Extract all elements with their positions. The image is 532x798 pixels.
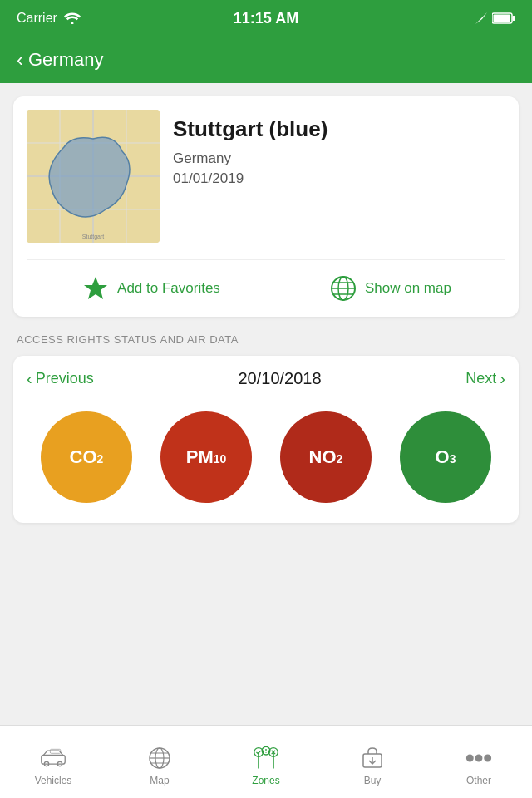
svg-marker-13 <box>84 277 107 299</box>
co2-circle[interactable]: CO2 <box>41 411 132 503</box>
globe-icon <box>328 273 358 303</box>
air-data-card: ‹ Previous 20/10/2018 Next › CO2 PM10 <box>13 356 519 523</box>
wifi-icon <box>64 12 81 24</box>
map-icon <box>146 745 173 771</box>
status-bar: Carrier 11:15 AM <box>0 0 532 37</box>
other-icon <box>466 745 492 771</box>
svg-point-39 <box>466 754 474 761</box>
back-chevron-icon: ‹ <box>17 48 23 71</box>
current-date: 20/10/2018 <box>238 369 321 388</box>
next-date-button[interactable]: Next › <box>466 369 505 388</box>
show-on-map-button[interactable]: Show on map <box>328 273 451 303</box>
date-navigation: ‹ Previous 20/10/2018 Next › <box>27 369 505 388</box>
right-chevron-icon: › <box>500 369 505 388</box>
main-content: Stuttgart Stuttgart (blue) Germany 01/01… <box>0 83 532 536</box>
show-on-map-label: Show on map <box>365 280 451 297</box>
tab-other-label: Other <box>466 775 491 786</box>
svg-text:Stuttgart: Stuttgart <box>82 234 105 240</box>
previous-label: Previous <box>36 370 94 387</box>
tab-zones[interactable]: Zones <box>213 738 319 786</box>
svg-point-40 <box>475 754 483 761</box>
carrier-label: Carrier <box>17 11 57 26</box>
next-label: Next <box>466 370 496 387</box>
svg-rect-3 <box>513 16 515 21</box>
zone-header: Stuttgart Stuttgart (blue) Germany 01/01… <box>27 110 505 243</box>
tab-other[interactable]: Other <box>426 738 532 786</box>
back-button[interactable]: ‹ Germany <box>17 48 103 71</box>
section-header: ACCESS RIGHTS STATUS AND AIR DATA <box>17 333 519 346</box>
status-time: 11:15 AM <box>234 10 298 27</box>
zone-card: Stuttgart Stuttgart (blue) Germany 01/01… <box>13 96 519 317</box>
buy-icon <box>359 745 386 771</box>
battery-icon <box>492 12 515 24</box>
svg-point-0 <box>71 22 73 25</box>
o3-circle[interactable]: O3 <box>400 411 491 503</box>
status-left: Carrier <box>17 11 81 26</box>
tab-map[interactable]: Map <box>106 738 213 786</box>
vehicles-icon <box>40 745 66 771</box>
zone-name: Stuttgart (blue) <box>173 116 505 142</box>
zone-map-thumbnail: Stuttgart <box>27 110 160 243</box>
back-label: Germany <box>28 49 103 71</box>
add-favorites-button[interactable]: Add to Favorites <box>81 273 220 303</box>
zone-info: Stuttgart (blue) Germany 01/01/2019 <box>173 110 505 187</box>
status-right <box>475 12 515 24</box>
zone-country: Germany <box>173 150 505 167</box>
tab-buy-label: Buy <box>364 775 382 786</box>
o3-label: O3 <box>436 446 456 468</box>
location-icon <box>475 12 487 24</box>
tab-vehicles-label: Vehicles <box>35 775 72 786</box>
zones-icon <box>253 745 279 771</box>
previous-date-button[interactable]: ‹ Previous <box>27 369 94 388</box>
star-icon <box>81 273 111 303</box>
pm10-label: PM10 <box>186 446 227 468</box>
tab-zones-label: Zones <box>252 775 279 786</box>
pm10-circle[interactable]: PM10 <box>160 411 252 503</box>
add-favorites-label: Add to Favorites <box>117 280 220 297</box>
svg-point-41 <box>484 754 491 761</box>
svg-marker-1 <box>475 12 487 24</box>
pollutant-circles: CO2 PM10 NO2 O3 <box>27 405 505 510</box>
card-actions: Add to Favorites Show on map <box>27 259 505 303</box>
no2-label: NO2 <box>309 446 343 468</box>
tab-buy[interactable]: Buy <box>319 738 426 786</box>
co2-label: CO2 <box>70 446 104 468</box>
tab-bar: Vehicles Map <box>0 725 532 798</box>
zone-date: 01/01/2019 <box>173 170 505 187</box>
no2-circle[interactable]: NO2 <box>280 411 372 503</box>
svg-rect-4 <box>494 15 510 22</box>
left-chevron-icon: ‹ <box>27 369 32 388</box>
svg-point-36 <box>265 751 266 752</box>
tab-map-label: Map <box>150 775 169 786</box>
nav-bar: ‹ Germany <box>0 37 532 83</box>
tab-vehicles[interactable]: Vehicles <box>0 738 106 786</box>
